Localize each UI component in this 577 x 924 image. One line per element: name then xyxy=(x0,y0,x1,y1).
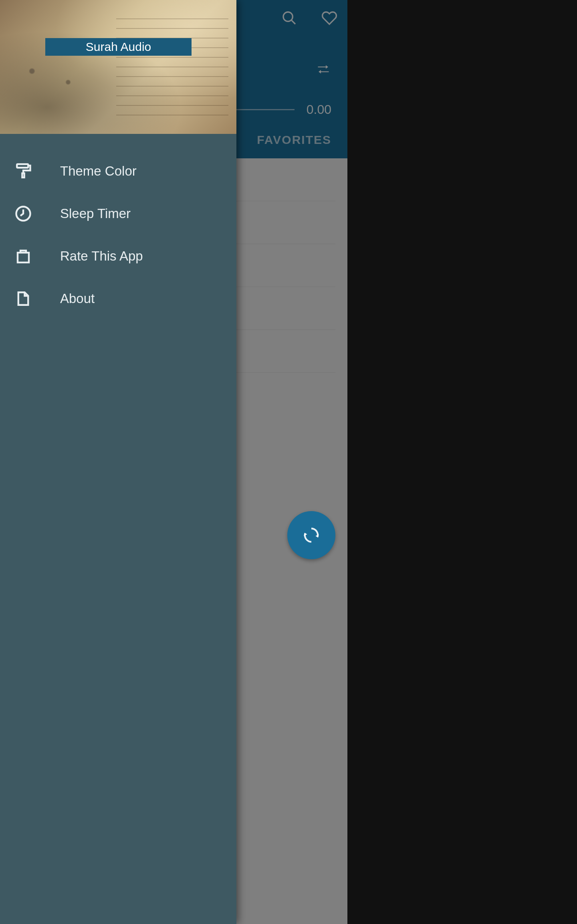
app-screen: 0.00 ST FAVORITES Surah Audio xyxy=(0,0,347,924)
search-icon[interactable] xyxy=(279,8,299,28)
svg-rect-5 xyxy=(18,253,29,263)
app-title: Surah Audio xyxy=(45,38,192,56)
menu-item-rate-app[interactable]: Rate This App xyxy=(0,235,236,277)
menu-label: Rate This App xyxy=(60,249,143,264)
svg-point-0 xyxy=(283,12,293,21)
svg-rect-3 xyxy=(22,173,24,178)
menu-item-theme-color[interactable]: Theme Color xyxy=(0,150,236,192)
heart-icon[interactable] xyxy=(319,8,339,28)
refresh-fab[interactable] xyxy=(287,511,335,559)
top-actions xyxy=(279,8,339,28)
paint-roller-icon xyxy=(14,162,32,180)
menu-item-sleep-timer[interactable]: Sleep Timer xyxy=(0,192,236,235)
menu-item-about[interactable]: About xyxy=(0,277,236,320)
time-display: 0.00 xyxy=(307,102,331,117)
svg-line-1 xyxy=(292,20,295,24)
svg-rect-2 xyxy=(17,164,28,168)
menu-label: About xyxy=(60,291,95,306)
menu-label: Theme Color xyxy=(60,164,137,179)
clock-icon xyxy=(14,205,32,222)
progress-row: 0.00 xyxy=(236,102,331,117)
drawer-menu: Theme Color Sleep Timer xyxy=(0,134,236,320)
unused-canvas xyxy=(347,0,577,924)
repeat-button[interactable] xyxy=(315,62,331,77)
document-icon xyxy=(14,290,32,307)
shopping-bag-icon xyxy=(14,247,32,265)
drawer-header: Surah Audio xyxy=(0,0,236,134)
tab-favorites[interactable]: FAVORITES xyxy=(257,133,331,147)
navigation-drawer: Surah Audio Theme Color xyxy=(0,0,236,924)
progress-track[interactable] xyxy=(236,109,295,110)
prayer-beads-decoration xyxy=(0,13,159,134)
menu-label: Sleep Timer xyxy=(60,206,131,221)
